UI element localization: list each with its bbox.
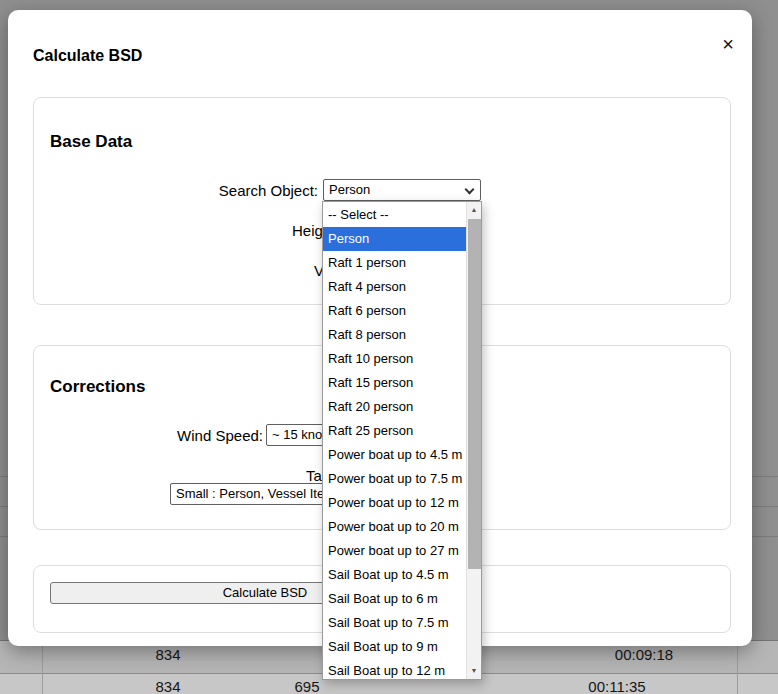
dropdown-option[interactable]: Sail Boat up to 12 m [323, 659, 466, 679]
dropdown-option[interactable]: Raft 4 person [323, 275, 466, 299]
table-cell: 00:11:35 [588, 679, 645, 694]
scroll-up-icon[interactable]: ▲ [467, 202, 481, 218]
dropdown-option[interactable]: Person [323, 227, 466, 251]
search-object-label: Search Object: [148, 182, 318, 199]
dropdown-option[interactable]: Raft 6 person [323, 299, 466, 323]
dropdown-option[interactable]: Power boat up to 12 m [323, 491, 466, 515]
dropdown-option[interactable]: Raft 15 person [323, 371, 466, 395]
dropdown-option[interactable]: Raft 8 person [323, 323, 466, 347]
dropdown-option[interactable]: Sail Boat up to 9 m [323, 635, 466, 659]
dropdown-option[interactable]: Raft 20 person [323, 395, 466, 419]
page-background: 834 00:09:18 834 695 00:11:35 Calculate … [0, 0, 778, 694]
table-cell: 834 [155, 647, 180, 663]
table-cell: 695 [294, 679, 319, 694]
search-object-select[interactable]: Person [323, 179, 481, 201]
table-cell: 00:09:18 [615, 647, 673, 663]
dropdown-option[interactable]: Sail Boat up to 4.5 m [323, 563, 466, 587]
height-label-partial: Heig [292, 222, 323, 239]
target-label-partial: Ta [306, 467, 322, 484]
dropdown-scrollbar[interactable]: ▲ ▼ [466, 202, 481, 679]
table-cell: 834 [155, 679, 180, 694]
dropdown-option[interactable]: Raft 1 person [323, 251, 466, 275]
dropdown-options: -- Select --PersonRaft 1 personRaft 4 pe… [323, 203, 466, 679]
base-data-section-title: Base Data [50, 132, 132, 152]
scroll-down-icon[interactable]: ▼ [467, 663, 481, 679]
close-icon[interactable]: × [718, 30, 738, 58]
dropdown-option[interactable]: Raft 10 person [323, 347, 466, 371]
dropdown-option[interactable]: Raft 25 person [323, 419, 466, 443]
search-object-dropdown-list: -- Select --PersonRaft 1 personRaft 4 pe… [322, 201, 482, 680]
dropdown-option[interactable]: -- Select -- [323, 203, 466, 227]
dropdown-option[interactable]: Power boat up to 20 m [323, 515, 466, 539]
wind-speed-label: Wind Speed: [93, 427, 263, 444]
dropdown-option[interactable]: Power boat up to 27 m [323, 539, 466, 563]
table-column-divider [737, 641, 738, 694]
dropdown-option[interactable]: Power boat up to 4.5 m [323, 443, 466, 467]
dropdown-option[interactable]: Sail Boat up to 6 m [323, 587, 466, 611]
scrollbar-thumb[interactable] [468, 219, 481, 569]
corrections-section-title: Corrections [50, 377, 145, 397]
dropdown-option[interactable]: Power boat up to 7.5 m [323, 467, 466, 491]
modal-title: Calculate BSD [33, 47, 142, 65]
dropdown-option[interactable]: Sail Boat up to 7.5 m [323, 611, 466, 635]
chevron-down-icon [465, 185, 475, 195]
table-column-divider [42, 641, 43, 694]
target-type-selected-value: Small : Person, Vessel Items [176, 486, 341, 501]
search-object-selected-value: Person [329, 182, 370, 197]
